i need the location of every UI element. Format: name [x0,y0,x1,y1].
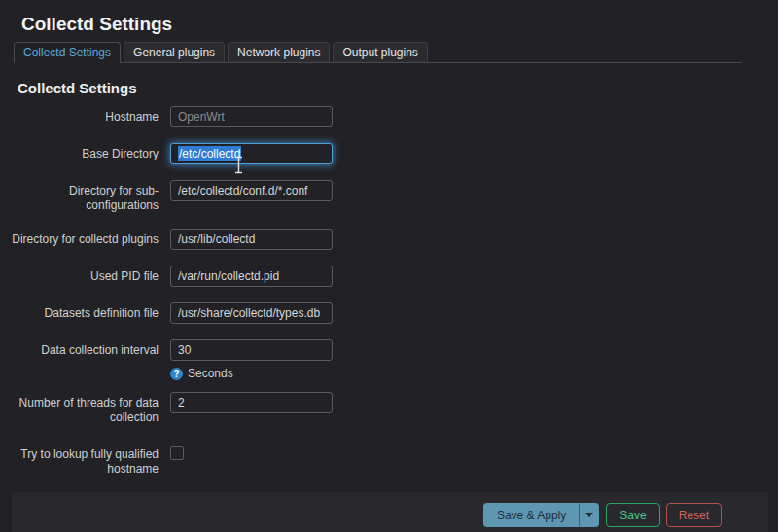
form-row-fqdn-lookup: Try to lookup fully qualified hostname [10,443,768,477]
page: Collectd Settings Collectd Settings Gene… [0,14,778,532]
threads-label: Number of threads for data collection [10,392,159,425]
tab-network-plugins[interactable]: Network plugins [228,42,330,62]
pid-file-label: Used PID file [10,266,159,287]
threads-input[interactable] [170,392,333,413]
section-heading: Collectd Settings [18,80,768,96]
datasets-file-label: Datasets definition file [10,302,159,324]
form-row-datasets-file: Datasets definition file [10,302,768,324]
form-row-interval: Data collection interval ? Seconds [10,339,768,380]
pid-file-input[interactable] [170,266,333,287]
plugins-directory-label: Directory for collectd plugins [10,229,159,250]
form-row-hostname: Hostname [10,106,768,127]
fqdn-lookup-label: Try to lookup fully qualified hostname [10,443,159,477]
interval-hint-text: Seconds [188,367,233,380]
settings-form: Hostname Base Directory /etc/collectd Di… [10,106,768,477]
help-icon: ? [170,368,183,380]
page-title: Collectd Settings [21,14,768,35]
subconfig-directory-input[interactable] [170,180,333,201]
interval-label: Data collection interval [10,339,159,380]
hostname-label: Hostname [10,106,159,127]
form-row-subconfig-directory: Directory for sub-configurations [10,180,768,213]
save-apply-split-button: Save & Apply [483,503,599,527]
tab-general-plugins[interactable]: General plugins [124,42,225,62]
hostname-input[interactable] [170,106,333,127]
form-row-base-directory: Base Directory /etc/collectd [10,143,768,164]
chevron-down-icon [585,513,593,517]
save-apply-button[interactable]: Save & Apply [483,503,579,527]
subconfig-directory-label: Directory for sub-configurations [10,180,159,213]
save-apply-dropdown-button[interactable] [579,503,599,527]
tab-bar: Collectd Settings General plugins Networ… [14,44,742,63]
save-button[interactable]: Save [606,503,659,527]
form-row-plugins-directory: Directory for collectd plugins [10,229,768,250]
fqdn-lookup-checkbox[interactable] [170,446,184,460]
tab-output-plugins[interactable]: Output plugins [333,42,427,62]
form-row-pid-file: Used PID file [10,266,768,287]
action-bar: Save & Apply Save Reset [12,492,768,532]
plugins-directory-input[interactable] [170,229,333,250]
form-row-threads: Number of threads for data collection [10,392,768,425]
base-directory-input[interactable]: /etc/collectd [170,143,333,164]
base-directory-label: Base Directory [10,143,159,164]
reset-button[interactable]: Reset [666,503,722,527]
tab-collectd-settings[interactable]: Collectd Settings [14,42,121,63]
datasets-file-input[interactable] [170,302,333,324]
interval-hint: ? Seconds [170,367,333,380]
interval-input[interactable] [170,339,333,361]
selected-text: /etc/collectd [178,146,241,161]
